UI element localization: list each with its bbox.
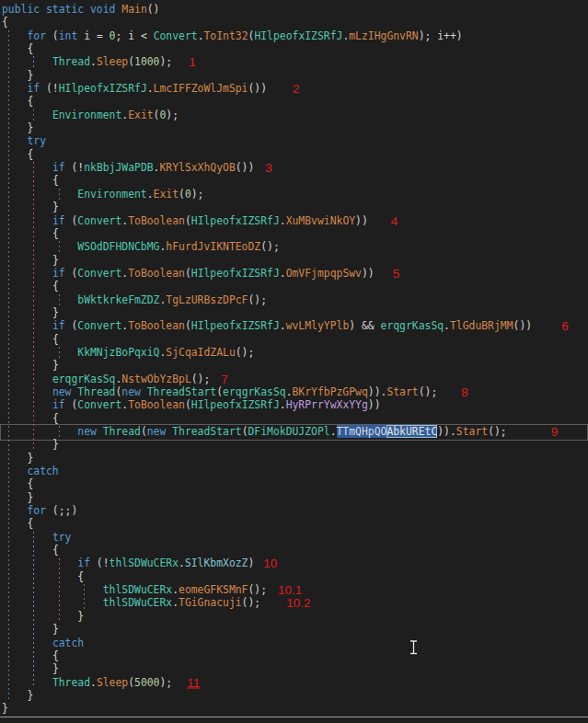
token-type[interactable]: HIlpeofxIZSRfJ: [254, 29, 342, 42]
token-type[interactable]: thlSDWuCERx: [103, 583, 172, 596]
token-plain[interactable]: ();: [236, 346, 255, 359]
token-method[interactable]: TgLzURBszDPcF: [166, 293, 248, 306]
token-plain[interactable]: );: [166, 109, 179, 121]
code-line[interactable]: if (!nkBbjJWaPDB.KRYlSxXhQyOB())3: [0, 161, 588, 174]
token-method[interactable]: XuMBvwiNkOY: [286, 214, 355, 227]
token-plain[interactable]: }: [52, 662, 59, 675]
token-plain[interactable]: .: [198, 29, 204, 42]
token-method[interactable]: eomeGFKSMnF: [179, 583, 248, 596]
token-method[interactable]: ToBoolean: [128, 267, 185, 280]
token-method[interactable]: wvLMlyYPlb: [286, 319, 350, 332]
token-plain[interactable]: .: [444, 319, 450, 332]
token-plain[interactable]: )): [355, 214, 368, 227]
token-plain[interactable]: {: [2, 16, 8, 29]
token-plain[interactable]: ();: [191, 373, 211, 385]
token-plain[interactable]: }: [52, 438, 59, 451]
token-keyword[interactable]: new: [52, 385, 72, 398]
token-type[interactable]: DFiMokDUJZOPl: [248, 425, 329, 438]
token-type[interactable]: erqgrKasSq: [52, 373, 116, 385]
code-line[interactable]: Thread.Sleep(5000);11: [0, 676, 588, 689]
code-line[interactable]: catch: [0, 637, 588, 649]
token-type[interactable]: Convert: [77, 319, 121, 332]
token-plain[interactable]: {: [27, 477, 33, 490]
code-line[interactable]: for (;;): [0, 504, 588, 517]
token-plain[interactable]: (): [147, 3, 160, 16]
token-number[interactable]: 5000: [134, 676, 159, 689]
token-plain[interactable]: (: [185, 398, 191, 411]
token-method[interactable]: hFurdJvIKNTEoDZ: [166, 240, 260, 253]
token-type[interactable]: ThreadStart: [147, 385, 216, 398]
token-plain[interactable]: {: [52, 333, 59, 346]
token-type[interactable]: Environment: [52, 109, 121, 121]
token-plain[interactable]: (;;): [46, 504, 77, 517]
token-plain[interactable]: )): [368, 398, 381, 411]
token-plain[interactable]: (: [179, 188, 185, 201]
token-plain[interactable]: {: [27, 95, 33, 108]
code-line[interactable]: thlSDWuCERx.TGiGnacuji();10.2: [0, 596, 588, 609]
token-plain[interactable]: (!: [40, 82, 59, 95]
token-plain[interactable]: .: [172, 596, 179, 609]
token-plain[interactable]: .: [280, 398, 286, 411]
token-plain[interactable]: {: [27, 42, 33, 55]
token-method[interactable]: KRYlSxXhQyOB: [159, 161, 235, 174]
code-line[interactable]: }: [0, 201, 588, 213]
code-line[interactable]: {: [0, 42, 588, 55]
token-number[interactable]: 0: [185, 188, 191, 201]
token-type[interactable]: Thread: [52, 676, 90, 689]
highlighted-reference-box[interactable]: AbkUREtC: [386, 425, 437, 438]
token-method[interactable]: TGiGnacuji: [179, 596, 242, 609]
token-plain[interactable]: (!: [65, 161, 85, 174]
token-type[interactable]: Environment: [77, 188, 146, 201]
token-plain[interactable]: [141, 385, 147, 398]
token-plain[interactable]: i =: [77, 29, 109, 42]
token-plain[interactable]: ();: [488, 425, 507, 438]
token-type[interactable]: HIlpeofxIZSRfJ: [191, 398, 280, 411]
code-line[interactable]: }: [0, 702, 588, 715]
token-method[interactable]: SjCqaIdZALu: [166, 346, 235, 359]
token-plain[interactable]: ); i++): [419, 29, 463, 42]
token-plain[interactable]: {: [52, 227, 59, 240]
token-plain[interactable]: ): [248, 557, 254, 569]
token-plain[interactable]: {: [52, 412, 59, 425]
token-plain[interactable]: .: [280, 319, 286, 332]
token-plain[interactable]: (: [141, 425, 147, 438]
token-plain[interactable]: )).: [368, 385, 387, 398]
token-plain[interactable]: (: [185, 214, 191, 227]
code-line[interactable]: }: [0, 491, 588, 504]
token-plain[interactable]: (: [65, 214, 78, 227]
token-method[interactable]: LmcIFFZoWlJmSpi: [154, 82, 248, 95]
code-line[interactable]: }: [0, 662, 588, 675]
token-type[interactable]: Convert: [154, 29, 198, 42]
token-keyword[interactable]: public static void: [2, 3, 121, 16]
code-editor[interactable]: public static void Main(){ for (int i = …: [0, 0, 588, 723]
code-line[interactable]: for (int i = 0; i < Convert.ToInt32(HIlp…: [0, 29, 588, 42]
token-type[interactable]: Thread: [103, 425, 141, 438]
code-line[interactable]: Environment.Exit(0);: [0, 109, 588, 121]
token-plain[interactable]: .: [147, 82, 154, 95]
token-type[interactable]: thlSDWuCERx: [103, 596, 172, 609]
token-keyword[interactable]: if: [52, 161, 65, 174]
code-line[interactable]: }: [0, 689, 588, 702]
token-method[interactable]: ToBoolean: [128, 214, 185, 227]
token-plain[interactable]: }: [52, 623, 59, 636]
code-line[interactable]: WSOdDFHDNCbMG.hFurdJvIKNTEoDZ();: [0, 240, 588, 253]
code-line[interactable]: }: [0, 306, 588, 319]
token-plain[interactable]: );: [191, 188, 204, 201]
code-line[interactable]: catch: [0, 465, 588, 477]
token-plain[interactable]: }: [77, 610, 84, 623]
code-line[interactable]: thlSDWuCERx.eomeGFKSMnF();10.1: [0, 583, 588, 596]
token-plain[interactable]: ();: [260, 240, 280, 253]
code-line[interactable]: {: [0, 333, 588, 346]
code-line[interactable]: }: [0, 254, 588, 267]
token-keyword[interactable]: try: [52, 531, 72, 544]
token-plain[interactable]: {: [77, 570, 84, 583]
token-keyword[interactable]: int: [59, 29, 78, 42]
code-line[interactable]: {: [0, 174, 588, 187]
token-keyword[interactable]: if: [77, 557, 90, 569]
token-type[interactable]: erqgrKasSq: [381, 319, 444, 332]
code-line[interactable]: try: [0, 134, 588, 147]
token-plain[interactable]: ()): [513, 319, 533, 332]
token-keyword[interactable]: new: [121, 385, 141, 398]
token-method[interactable]: TlGduBRjMM: [450, 319, 513, 332]
token-keyword[interactable]: new: [147, 425, 167, 438]
